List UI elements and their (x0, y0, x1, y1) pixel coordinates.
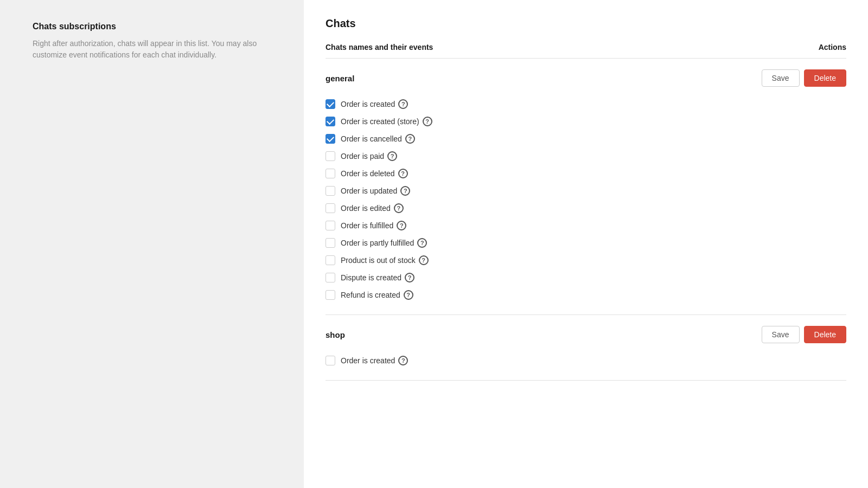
checkbox-item-general-order-cancelled: Order is cancelled? (326, 130, 846, 147)
section-general: generalSaveDeleteOrder is created?Order … (326, 59, 846, 315)
help-icon-general-product-out-of-stock: ? (419, 255, 429, 265)
help-icon-general-refund-created: ? (404, 290, 413, 300)
table-header: Chats names and their events Actions (326, 43, 846, 59)
help-icon-general-order-updated: ? (400, 186, 410, 196)
help-icon-general-order-deleted: ? (398, 169, 408, 178)
chats-title: Chats (326, 17, 846, 30)
checkbox-item-general-dispute-created: Dispute is created? (326, 269, 846, 286)
help-icon-general-order-created: ? (398, 99, 408, 109)
event-label-text-general-order-cancelled: Order is cancelled (341, 134, 402, 143)
checkbox-label-shop-order-created[interactable]: Order is created? (341, 356, 408, 365)
help-icon-general-order-paid: ? (387, 151, 397, 161)
main-content: Chats Chats names and their events Actio… (304, 0, 868, 488)
checkbox-label-general-refund-created[interactable]: Refund is created? (341, 290, 413, 300)
checkbox-label-general-order-cancelled[interactable]: Order is cancelled? (341, 134, 415, 144)
checkbox-general-refund-created[interactable] (326, 290, 335, 300)
checkbox-item-shop-order-created: Order is created? (326, 352, 846, 369)
checkbox-label-general-product-out-of-stock[interactable]: Product is out of stock? (341, 255, 429, 265)
help-icon-general-dispute-created: ? (405, 273, 414, 282)
checkbox-label-general-order-partly-fulfilled[interactable]: Order is partly fulfilled? (341, 238, 427, 248)
checkbox-general-order-created[interactable] (326, 99, 335, 109)
checkbox-item-general-order-fulfilled: Order is fulfilled? (326, 217, 846, 234)
checkbox-item-general-order-deleted: Order is deleted? (326, 165, 846, 182)
checkbox-label-general-order-created-store[interactable]: Order is created (store)? (341, 117, 432, 126)
checkbox-general-order-edited[interactable] (326, 203, 335, 213)
help-icon-shop-order-created: ? (398, 356, 408, 365)
chats-panel: Chats Chats names and their events Actio… (304, 0, 868, 488)
event-label-text-general-refund-created: Refund is created (341, 291, 400, 299)
section-actions-general: SaveDelete (762, 69, 846, 87)
table-header-events: Chats names and their events (326, 43, 433, 52)
checkbox-label-general-order-fulfilled[interactable]: Order is fulfilled? (341, 221, 406, 230)
checkbox-item-general-order-created: Order is created? (326, 95, 846, 113)
checkbox-label-general-order-updated[interactable]: Order is updated? (341, 186, 410, 196)
section-header-shop: shopSaveDelete (326, 326, 846, 343)
section-title: Chats subscriptions (33, 22, 271, 31)
checkbox-general-order-fulfilled[interactable] (326, 221, 335, 230)
checkbox-general-product-out-of-stock[interactable] (326, 255, 335, 265)
section-name-shop: shop (326, 330, 345, 339)
delete-button-general[interactable]: Delete (804, 69, 846, 87)
checkbox-item-general-order-paid: Order is paid? (326, 147, 846, 165)
help-icon-general-order-fulfilled: ? (397, 221, 406, 230)
checkbox-item-general-product-out-of-stock: Product is out of stock? (326, 252, 846, 269)
checkbox-general-order-deleted[interactable] (326, 169, 335, 178)
checkbox-label-general-order-deleted[interactable]: Order is deleted? (341, 169, 408, 178)
delete-button-shop[interactable]: Delete (804, 326, 846, 343)
event-label-text-general-order-created: Order is created (341, 100, 395, 108)
event-label-text-general-order-deleted: Order is deleted (341, 169, 395, 178)
help-icon-general-order-created-store: ? (423, 117, 432, 126)
checkbox-label-general-order-paid[interactable]: Order is paid? (341, 151, 397, 161)
checkbox-item-general-order-updated: Order is updated? (326, 182, 846, 200)
section-header-general: generalSaveDelete (326, 69, 846, 87)
table-header-actions: Actions (819, 43, 846, 52)
checkbox-general-order-updated[interactable] (326, 186, 335, 196)
left-panel: Chats subscriptions Right after authoriz… (0, 0, 304, 488)
checkbox-label-general-order-created[interactable]: Order is created? (341, 99, 408, 109)
section-actions-shop: SaveDelete (762, 326, 846, 343)
help-icon-general-order-edited: ? (394, 203, 404, 213)
section-name-general: general (326, 74, 354, 83)
checkbox-general-order-paid[interactable] (326, 151, 335, 161)
event-label-text-general-order-fulfilled: Order is fulfilled (341, 221, 393, 230)
save-button-general[interactable]: Save (762, 69, 800, 87)
checkbox-item-general-refund-created: Refund is created? (326, 286, 846, 304)
section-shop: shopSaveDeleteOrder is created? (326, 315, 846, 381)
help-icon-general-order-partly-fulfilled: ? (417, 238, 427, 248)
checkbox-general-order-created-store[interactable] (326, 117, 335, 126)
checkbox-general-order-partly-fulfilled[interactable] (326, 238, 335, 248)
checkbox-shop-order-created[interactable] (326, 356, 335, 365)
checkbox-general-dispute-created[interactable] (326, 273, 335, 282)
event-label-text-general-product-out-of-stock: Product is out of stock (341, 256, 416, 265)
save-button-shop[interactable]: Save (762, 326, 800, 343)
event-label-text-general-order-created-store: Order is created (store) (341, 117, 419, 126)
event-label-text-general-order-paid: Order is paid (341, 152, 384, 160)
help-icon-general-order-cancelled: ? (405, 134, 415, 144)
checkbox-label-general-order-edited[interactable]: Order is edited? (341, 203, 404, 213)
checkbox-label-general-dispute-created[interactable]: Dispute is created? (341, 273, 414, 282)
event-label-text-general-dispute-created: Dispute is created (341, 273, 401, 282)
event-label-text-general-order-edited: Order is edited (341, 204, 391, 213)
checkbox-general-order-cancelled[interactable] (326, 134, 335, 144)
event-label-text-shop-order-created: Order is created (341, 356, 395, 365)
checkbox-item-general-order-partly-fulfilled: Order is partly fulfilled? (326, 234, 846, 252)
checkbox-item-general-order-edited: Order is edited? (326, 200, 846, 217)
section-description: Right after authorization, chats will ap… (33, 38, 271, 61)
checkbox-item-general-order-created-store: Order is created (store)? (326, 113, 846, 130)
event-label-text-general-order-partly-fulfilled: Order is partly fulfilled (341, 239, 414, 247)
sections-container: generalSaveDeleteOrder is created?Order … (326, 59, 846, 381)
event-label-text-general-order-updated: Order is updated (341, 187, 397, 195)
